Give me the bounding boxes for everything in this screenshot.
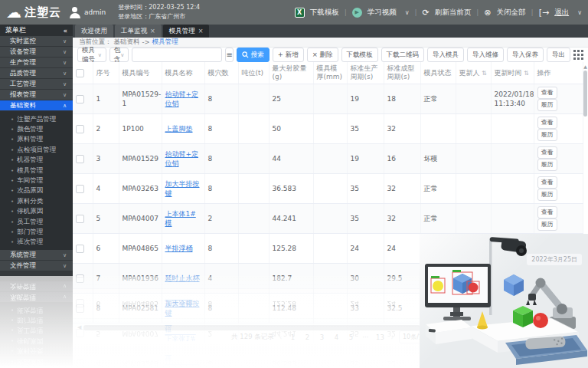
- sidebar-submenu-item[interactable]: • 部门管理: [0, 227, 73, 237]
- sidebar-group-basic-data[interactable]: 基础资料 ∧: [0, 100, 73, 111]
- row-checkbox[interactable]: [76, 215, 84, 223]
- toolbar-button[interactable]: × 删除: [307, 48, 338, 62]
- sidebar-submenu-item[interactable]: • 班次管理: [0, 238, 73, 248]
- view-button[interactable]: 查看: [537, 176, 557, 189]
- tab-workorder-monitor[interactable]: 工单监视 ×: [115, 25, 162, 38]
- column-header[interactable]: 更新人 ⇅: [456, 62, 491, 84]
- column-header[interactable]: 吨位(t): [238, 62, 269, 84]
- column-header[interactable]: 模具模厚(mm): [313, 62, 347, 84]
- page-number[interactable]: 3: [316, 331, 327, 343]
- column-header[interactable]: 操作: [534, 62, 583, 84]
- vertical-scroll-thumb[interactable]: [583, 71, 587, 117]
- page-number[interactable]: 1: [287, 331, 298, 343]
- column-header[interactable]: 模具编号: [119, 62, 162, 84]
- sort-icon[interactable]: ⇅: [480, 70, 487, 77]
- sidebar-submenu-item[interactable]: • 员工管理: [0, 217, 73, 227]
- column-header[interactable]: 模具状态: [420, 62, 456, 84]
- toolbar-button[interactable]: 下载二维码: [381, 48, 425, 62]
- mold-name-link[interactable]: 加大全排按键: [165, 300, 200, 317]
- logout-link[interactable]: 退出: [554, 8, 569, 18]
- next-page-icon[interactable]: ›: [389, 334, 395, 341]
- page-number[interactable]: 5: [345, 331, 356, 343]
- mold-name-link[interactable]: 抬动臂+定位销: [165, 90, 199, 107]
- sidebar-group[interactable]: 系统管理 ∨: [0, 250, 73, 261]
- scroll-up-icon[interactable]: ▲: [583, 64, 588, 69]
- learn-video-link[interactable]: 学习视频: [368, 8, 397, 18]
- row-checkbox[interactable]: [76, 185, 84, 193]
- column-header[interactable]: 更新时间 ⇅: [491, 62, 534, 84]
- sidebar-submenu-item[interactable]: • 模具管理: [0, 166, 73, 176]
- close-all-link[interactable]: 关闭全部: [497, 8, 526, 18]
- sidebar-submenu-item[interactable]: • 机器管理: [0, 156, 73, 166]
- page-number[interactable]: ···: [360, 331, 371, 343]
- close-icon[interactable]: ×: [150, 28, 155, 34]
- prev-page-icon[interactable]: ‹: [278, 334, 284, 341]
- page-number[interactable]: 13: [374, 331, 385, 343]
- history-button[interactable]: 履历: [537, 159, 557, 171]
- field-select[interactable]: 模具编号 ∨: [77, 48, 106, 62]
- chevron-down-icon[interactable]: ∨: [577, 9, 582, 16]
- sidebar-submenu-item[interactable]: • 颜色管理: [0, 124, 73, 134]
- sidebar-group[interactable]: 设备管理 ∨: [0, 47, 73, 58]
- column-header[interactable]: 标准成型周期(s): [384, 62, 420, 84]
- toolbar-button[interactable]: 导入保养: [507, 48, 544, 62]
- mold-name-link[interactable]: 半排浮桶: [165, 245, 193, 252]
- sidebar-group[interactable]: 实时监控 ∨: [0, 36, 73, 47]
- row-checkbox[interactable]: [76, 304, 84, 313]
- view-button[interactable]: 查看: [537, 146, 557, 159]
- column-header[interactable]: 序号: [93, 62, 119, 84]
- mold-name-link[interactable]: 上本体1#模: [165, 210, 196, 227]
- view-button[interactable]: 查看: [537, 87, 557, 99]
- search-button[interactable]: 搜索: [237, 48, 270, 62]
- sidebar-submenu-item[interactable]: • 点检项目管理: [0, 145, 73, 155]
- mold-name-link[interactable]: 上盖脚垫: [165, 125, 193, 133]
- column-header[interactable]: 最大射胶量(g): [269, 62, 313, 84]
- toolbar-button[interactable]: 导入模具: [427, 48, 464, 62]
- row-checkbox[interactable]: [76, 95, 84, 104]
- mold-name-link[interactable]: 抬动臂+定位销: [165, 150, 199, 167]
- operator-select[interactable]: 包含 ∨: [109, 48, 129, 62]
- refresh-page-link[interactable]: 刷新当前页: [435, 8, 472, 18]
- mold-name-link[interactable]: 加大半排按键: [165, 180, 200, 197]
- column-header[interactable]: 标准生产周期(s): [347, 62, 384, 84]
- column-header[interactable]: 模穴数: [204, 62, 238, 84]
- history-button[interactable]: 履历: [537, 189, 557, 201]
- list-menu-button[interactable]: ≡: [225, 48, 233, 62]
- collapse-sidebar-icon[interactable]: «: [63, 27, 67, 34]
- history-button[interactable]: 履历: [537, 99, 557, 111]
- toolbar-button[interactable]: 下载模板: [341, 48, 378, 62]
- sidebar-group[interactable]: 生产管理 ∨: [0, 58, 73, 68]
- tab-welcome[interactable]: 欢迎使用: [75, 25, 113, 38]
- toolbar-button[interactable]: 导出: [547, 48, 570, 62]
- toolbar-button[interactable]: + 新增: [273, 48, 304, 62]
- mold-name-link[interactable]: 延时止水杯: [165, 274, 200, 282]
- sidebar-group[interactable]: 文件管理 ∨: [0, 261, 73, 271]
- scroll-left-icon[interactable]: ◀: [77, 324, 81, 330]
- view-button[interactable]: 查看: [537, 117, 557, 129]
- history-button[interactable]: 履历: [537, 129, 557, 141]
- sidebar-submenu-item[interactable]: • 停机原因: [0, 207, 73, 217]
- vertical-scrollbar[interactable]: ▲: [583, 64, 588, 238]
- close-icon[interactable]: ×: [198, 28, 204, 34]
- row-checkbox[interactable]: [76, 125, 84, 133]
- horizontal-scroll-thumb[interactable]: [83, 325, 420, 330]
- row-checkbox[interactable]: [76, 274, 84, 283]
- avatar[interactable]: [69, 6, 81, 18]
- column-settings-button[interactable]: [573, 50, 583, 60]
- page-number[interactable]: 4: [331, 331, 341, 343]
- tab-mold-management[interactable]: 模具管理 ×: [163, 25, 210, 38]
- sidebar-submenu-item[interactable]: • 原料管理: [0, 135, 73, 145]
- download-template-link[interactable]: 下载模板: [310, 8, 339, 18]
- search-input[interactable]: [132, 48, 222, 62]
- view-button[interactable]: 查看: [537, 206, 557, 219]
- sidebar-submenu-item[interactable]: • 次品原因: [0, 186, 73, 196]
- sidebar-group[interactable]: 工艺管理 ∨: [0, 79, 73, 90]
- sort-icon[interactable]: ⇅: [522, 70, 529, 77]
- sidebar-submenu-item[interactable]: • 原料分类: [0, 196, 73, 206]
- sidebar-group[interactable]: 报表管理 ∨: [0, 90, 73, 100]
- toolbar-button[interactable]: 导入维修: [467, 48, 504, 62]
- page-number[interactable]: 2: [302, 331, 312, 343]
- select-all-checkbox[interactable]: [76, 69, 84, 77]
- history-button[interactable]: 履历: [537, 219, 557, 231]
- sidebar-group[interactable]: 品质管理 ∨: [0, 68, 73, 79]
